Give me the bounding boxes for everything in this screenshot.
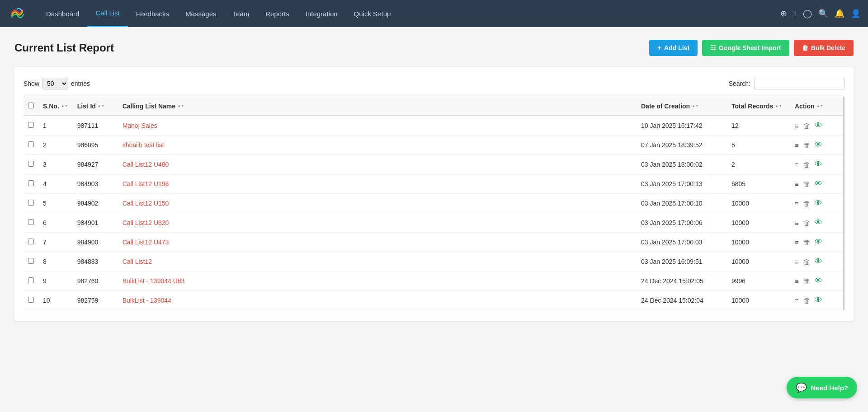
row-list-id: 984927 (73, 155, 118, 174)
row-sno: 7 (38, 233, 73, 252)
row-checkbox-7[interactable] (28, 258, 34, 264)
row-delete-icon[interactable]: 🗑 (803, 297, 810, 304)
row-list-icon[interactable]: ≡ (795, 219, 799, 227)
row-list-name-link[interactable]: Call List12 U820 (123, 219, 169, 226)
sort-arrows-sno[interactable]: ▲▼ (61, 104, 68, 108)
add-list-button[interactable]: + Add List (649, 40, 698, 56)
row-list-icon[interactable]: ≡ (795, 180, 799, 188)
row-list-name-link[interactable]: Call List12 U196 (123, 180, 169, 187)
row-list-icon[interactable]: ≡ (795, 141, 799, 149)
row-list-icon[interactable]: ≡ (795, 122, 799, 130)
row-view-icon[interactable]: 👁 (815, 199, 822, 208)
header-date-of-creation[interactable]: Date of Creation ▲▼ (637, 97, 727, 116)
row-view-icon[interactable]: 👁 (815, 160, 822, 169)
nav-messages[interactable]: Messages (177, 0, 224, 27)
nav-team[interactable]: Team (225, 0, 258, 27)
nav-reports[interactable]: Reports (257, 0, 297, 27)
logo[interactable] (7, 4, 27, 23)
row-list-icon[interactable]: ≡ (795, 161, 799, 169)
row-list-name-link[interactable]: Call List12 (123, 258, 152, 265)
row-delete-icon[interactable]: 🗑 (803, 161, 810, 169)
navbar: Dashboard Call List Feedbacks Messages T… (0, 0, 868, 27)
entries-select[interactable]: 10 25 50 100 (42, 78, 68, 89)
row-list-name-link[interactable]: Call List12 U473 (123, 239, 169, 246)
row-list-icon[interactable]: ≡ (795, 297, 799, 304)
sort-arrows-records[interactable]: ▲▼ (775, 104, 782, 108)
row-checkbox-9[interactable] (28, 297, 34, 303)
header-buttons: + Add List ☷ Google Sheet Import 🗑 Bulk … (649, 40, 854, 56)
header-calling-list-name[interactable]: Calling List Name ▲▼ (118, 97, 637, 116)
row-list-icon[interactable]: ≡ (795, 277, 799, 285)
row-delete-icon[interactable]: 🗑 (803, 180, 810, 188)
google-sheet-import-button[interactable]: ☷ Google Sheet Import (702, 40, 789, 56)
row-sno: 2 (38, 136, 73, 155)
sort-arrows-listid[interactable]: ▲▼ (98, 104, 105, 108)
sort-arrows-name[interactable]: ▲▼ (177, 104, 184, 108)
row-checkbox-2[interactable] (28, 161, 34, 167)
header-list-id[interactable]: List Id ▲▼ (73, 97, 118, 116)
nav-dashboard[interactable]: Dashboard (38, 0, 87, 27)
row-list-name-link[interactable]: BulkList - 139044 (123, 297, 171, 304)
row-checkbox-8[interactable] (28, 277, 34, 283)
row-checkbox-cell (24, 116, 38, 136)
header-sno[interactable]: S.No. ▲▼ (38, 97, 73, 116)
nav-call-list[interactable]: Call List (87, 0, 127, 27)
row-sno: 9 (38, 272, 73, 291)
row-view-icon[interactable]: 👁 (815, 218, 822, 227)
row-date: 03 Jan 2025 18:00:02 (637, 155, 727, 174)
row-delete-icon[interactable]: 🗑 (803, 239, 810, 246)
row-list-icon[interactable]: ≡ (795, 200, 799, 207)
header-total-records[interactable]: Total Records ▲▼ (727, 97, 790, 116)
row-list-name-link[interactable]: BulkList - 139044 U63 (123, 277, 185, 285)
select-all-checkbox[interactable] (28, 103, 34, 108)
header-action[interactable]: Action ▲▼ (790, 97, 844, 116)
row-view-icon[interactable]: 👁 (815, 257, 822, 266)
table-row: 1 987111 Manoj Sales 10 Jan 2025 15:17:4… (24, 116, 844, 136)
search-icon[interactable]: 🔍 (818, 9, 828, 19)
row-view-icon[interactable]: 👁 (815, 238, 822, 247)
row-checkbox-1[interactable] (28, 141, 34, 147)
search-input[interactable] (754, 78, 844, 89)
row-checkbox-6[interactable] (28, 239, 34, 244)
row-list-name-link[interactable]: Call List12 U480 (123, 161, 169, 168)
row-list-icon[interactable]: ≡ (795, 239, 799, 246)
row-list-name-link[interactable]: Call List12 U150 (123, 200, 169, 207)
bulk-delete-label: Bulk Delete (811, 44, 845, 52)
row-view-icon[interactable]: 👁 (815, 121, 822, 130)
row-delete-icon[interactable]: 🗑 (803, 277, 810, 285)
row-view-icon[interactable]: 👁 (815, 276, 822, 286)
row-checkbox-4[interactable] (28, 200, 34, 206)
sort-arrows-date[interactable]: ▲▼ (692, 104, 699, 108)
google-sheet-label: Google Sheet Import (719, 44, 781, 52)
notification-icon[interactable]: 🔔 (835, 9, 844, 19)
row-checkbox-3[interactable] (28, 180, 34, 186)
row-list-name-link[interactable]: shoaiib test list (123, 141, 164, 149)
android-icon[interactable]: ⊕ (780, 9, 787, 19)
row-name-cell: Call List12 (118, 252, 637, 272)
row-view-icon[interactable]: 👁 (815, 179, 822, 188)
nav-integration[interactable]: Integration (297, 0, 346, 27)
globe-icon[interactable]: ◯ (803, 9, 812, 19)
nav-feedbacks[interactable]: Feedbacks (128, 0, 177, 27)
apple-icon[interactable]:  (793, 9, 797, 19)
row-checkbox-5[interactable] (28, 219, 34, 225)
sort-arrows-action[interactable]: ▲▼ (816, 104, 824, 108)
row-view-icon[interactable]: 👁 (815, 296, 822, 305)
row-delete-icon[interactable]: 🗑 (803, 141, 810, 149)
nav-quick-setup[interactable]: Quick Setup (346, 0, 399, 27)
row-delete-icon[interactable]: 🗑 (803, 219, 810, 227)
bulk-delete-button[interactable]: 🗑 Bulk Delete (794, 40, 854, 56)
row-delete-icon[interactable]: 🗑 (803, 258, 810, 266)
row-date: 24 Dec 2024 15:02:05 (637, 272, 727, 291)
row-list-icon[interactable]: ≡ (795, 258, 799, 266)
row-list-id: 986095 (73, 136, 118, 155)
profile-icon[interactable]: 👤 (851, 9, 861, 19)
row-actions: ≡ 🗑 👁 (790, 174, 844, 194)
row-name-cell: Call List12 U196 (118, 174, 637, 194)
row-delete-icon[interactable]: 🗑 (803, 122, 810, 130)
row-view-icon[interactable]: 👁 (815, 140, 822, 150)
row-checkbox-0[interactable] (28, 122, 34, 128)
row-list-name-link[interactable]: Manoj Sales (123, 122, 157, 129)
row-actions: ≡ 🗑 👁 (790, 291, 844, 310)
row-delete-icon[interactable]: 🗑 (803, 200, 810, 207)
